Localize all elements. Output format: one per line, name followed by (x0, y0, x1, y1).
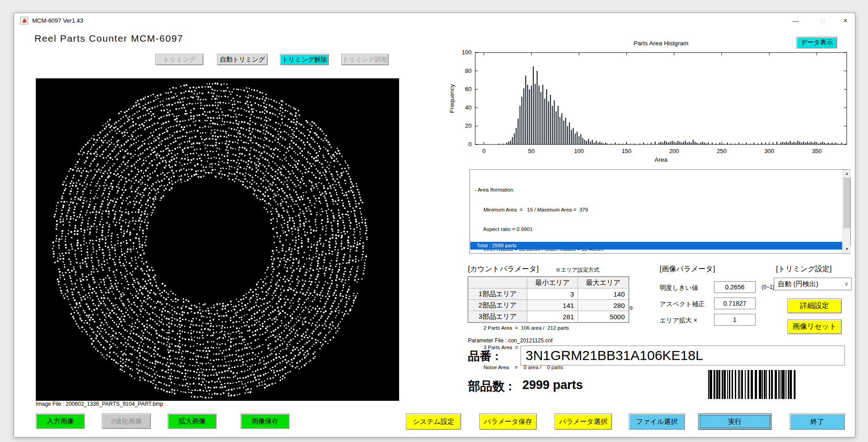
app-window: MCM-6097 Ver1.43 — □ × Reel Parts Counte… (14, 13, 855, 437)
data-display-button[interactable]: データ表示 (796, 37, 837, 48)
titlebar: MCM-6097 Ver1.43 — □ × (14, 13, 855, 29)
part-number-field[interactable]: 3N1GRM21BB31A106KE18L (521, 346, 845, 365)
svg-text:Frequency: Frequency (448, 84, 455, 113)
focus-rect (700, 415, 770, 428)
window-title: MCM-6097 Ver1.43 (32, 17, 83, 24)
table-corner-cell (468, 277, 527, 288)
info-line: Aspect ratio = 0.9901 (475, 226, 842, 233)
count-result-box: - Area Iformation Minimum Area = 15 / Ma… (469, 169, 851, 254)
area-scale-input[interactable]: 1 (714, 314, 756, 326)
scrollbar-thumb[interactable] (844, 178, 850, 228)
minimize-button[interactable]: — (785, 13, 806, 29)
save-image-button[interactable]: 画像保存 (241, 413, 289, 429)
area-setting-note: ※エリア設定方式 (555, 266, 599, 274)
zoom-image-button[interactable]: 拡大画像 (168, 413, 217, 429)
row-label: 1部品エリア (468, 288, 527, 300)
max-area-header: 最大エリア (578, 277, 629, 288)
svg-text:250: 250 (717, 148, 727, 154)
table-row: 3部品エリア 281 5000 (468, 311, 629, 322)
svg-text:80: 80 (465, 67, 472, 74)
binarized-image-button[interactable]: 2値化画像 (102, 413, 151, 429)
scroll-down-icon[interactable]: ▼ (843, 245, 851, 253)
parts-area-histogram: 050100150200250300350020406080100Parts A… (447, 34, 852, 166)
desktop: MCM-6097 Ver1.43 — □ × Reel Parts Counte… (0, 0, 868, 442)
svg-text:150: 150 (622, 148, 632, 154)
save-params-button[interactable]: パラメータ保存 (479, 413, 537, 430)
trim-mode-value: 自動 (円検出) (778, 280, 818, 288)
parts-count-label: 部品数 : (468, 378, 512, 394)
max-area-cell[interactable]: 5000 (578, 311, 629, 322)
select-file-button[interactable]: ファイル選択 (629, 413, 685, 430)
image-reset-button[interactable]: 画像リセット (787, 319, 842, 334)
svg-text:100: 100 (462, 49, 472, 56)
trim-adjust-button[interactable]: トリミング調整 (341, 54, 389, 65)
trim-button[interactable]: トリミング (155, 54, 203, 65)
svg-text:0: 0 (482, 148, 485, 154)
svg-text:20: 20 (465, 122, 472, 129)
system-settings-button[interactable]: システム設定 (406, 413, 461, 430)
area-scale-label: エリア拡大 × (660, 317, 697, 325)
row-label: 2部品エリア (468, 300, 527, 311)
svg-text:350: 350 (812, 148, 822, 154)
max-area-cell[interactable]: 140 (578, 288, 629, 300)
table-row: 2部品エリア 141 280 (468, 300, 629, 311)
trim-release-button[interactable]: トリミング解除 (280, 54, 329, 65)
trimming-settings-heading: [トリミング設定] (776, 264, 832, 274)
min-area-cell[interactable]: 141 (527, 300, 578, 311)
execute-button[interactable]: 実行 (698, 413, 772, 430)
brightness-range-note: (0~1) (762, 284, 774, 290)
min-area-cell[interactable]: 281 (527, 311, 578, 322)
svg-text:50: 50 (528, 148, 535, 154)
info-line: Minimum Area = 15 / Maximum Area = 379 (475, 207, 842, 213)
min-area-header: 最小エリア (527, 277, 578, 288)
image-params-heading: [画像パラメータ] (660, 264, 715, 274)
max-area-cell[interactable]: 280 (578, 300, 629, 311)
brightness-threshold-label: 明度しきい値 (660, 284, 698, 292)
app-icon (20, 17, 28, 24)
aspect-correction-input[interactable]: 0.71827 (714, 298, 756, 309)
close-button[interactable]: × (835, 13, 856, 29)
svg-text:40: 40 (465, 104, 472, 111)
count-params-table: 最小エリア 最大エリア 1部品エリア 3 140 2部品エリア 141 280 … (468, 277, 629, 322)
info-line: - Area Iformation (475, 187, 842, 193)
svg-text:60: 60 (465, 86, 472, 92)
scrollbar[interactable]: ▲ ▼ (843, 170, 850, 253)
svg-text:200: 200 (669, 148, 679, 154)
detail-settings-button[interactable]: 詳細設定 (787, 298, 842, 313)
row-label: 3部品エリア (468, 311, 527, 322)
barcode (707, 370, 798, 399)
input-image-button[interactable]: 入力画像 (36, 413, 85, 429)
svg-text:0: 0 (468, 141, 472, 148)
table-row: 1部品エリア 3 140 (468, 288, 629, 300)
auto-trim-button[interactable]: 自動トリミング (217, 54, 268, 65)
scroll-up-icon[interactable]: ▲ (843, 170, 851, 178)
svg-text:300: 300 (764, 148, 774, 154)
maximize-button[interactable]: □ (812, 13, 833, 29)
exit-button[interactable]: 終了 (790, 413, 845, 430)
svg-text:Area: Area (655, 156, 668, 163)
svg-text:Parts Area Histgram: Parts Area Histgram (634, 40, 689, 47)
trim-mode-dropdown[interactable]: 自動 (円検出) ∨ (774, 278, 852, 290)
svg-text:100: 100 (574, 148, 584, 154)
parts-count-value: 2999 parts (522, 378, 583, 392)
select-params-button[interactable]: パラメータ選択 (555, 413, 612, 430)
count-params-heading: [カウントパラメータ] (468, 264, 539, 274)
brightness-threshold-input[interactable]: 0.2656 (714, 281, 756, 293)
total-parts-row[interactable]: Total : 2999 parts (470, 242, 842, 250)
page-title: Reel Parts Counter MCM-6097 (34, 33, 183, 44)
parameter-file-label: Parameter File : con_20121125.cnf (468, 337, 553, 344)
part-number-label: 品番 : (468, 348, 499, 364)
min-area-cell[interactable]: 3 (527, 288, 578, 300)
aspect-correction-label: アスペクト補正 (660, 300, 705, 308)
image-file-label: Image File : 200602_1336_PARTS_9104_PART… (36, 401, 163, 407)
chevron-down-icon: ∨ (844, 278, 849, 290)
parts-image (36, 78, 399, 401)
